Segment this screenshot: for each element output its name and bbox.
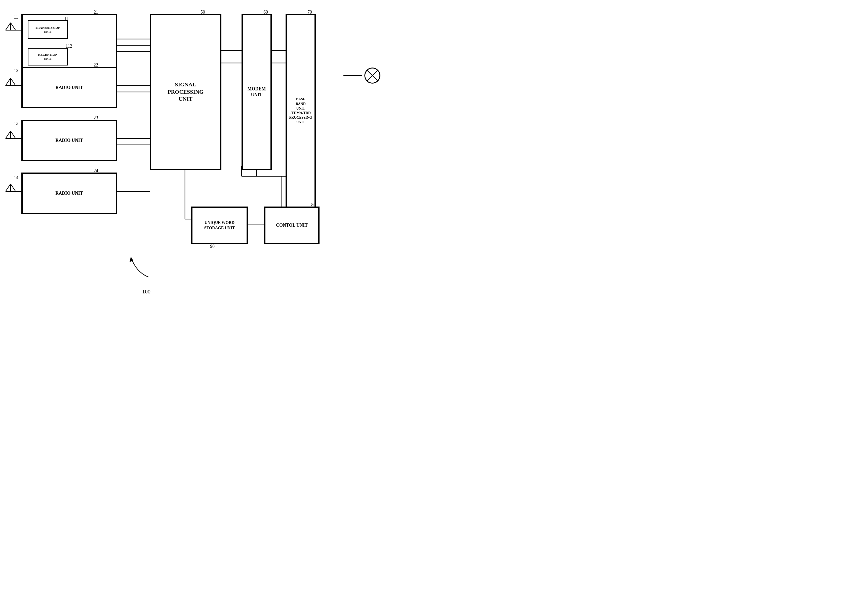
svg-line-10 <box>11 131 16 138</box>
control-unit: 80 CONTOL UNIT <box>264 207 319 244</box>
radio-unit-4-label: RADIO UNIT <box>55 190 83 196</box>
transmission-unit-box: 111 TRANSMISSION UNIT <box>28 20 68 39</box>
ref-90: 90 <box>210 244 215 249</box>
ref-112: 112 <box>66 44 72 49</box>
baseband-unit: 70 BASE BAND UNIT /TDMA/TDD PROCESSING U… <box>285 14 316 208</box>
radio-unit-4: 24 RADIO UNIT <box>22 173 117 214</box>
radio-unit-3-label: RADIO UNIT <box>55 137 83 143</box>
radio-unit-2-label: RADIO UNIT <box>55 85 83 90</box>
svg-line-9 <box>6 131 11 138</box>
ref-14: 14 <box>14 175 19 180</box>
ref-12: 12 <box>14 68 19 73</box>
signal-processing-unit: 50 SIGNAL PROCESSING UNIT <box>150 14 222 170</box>
ref-70: 70 <box>307 9 312 15</box>
svg-line-2 <box>11 23 16 30</box>
modem-unit: 60 MODEM UNIT <box>242 14 272 170</box>
ref-80: 80 <box>311 202 316 208</box>
ref-21: 21 <box>94 9 98 15</box>
transmission-unit-label: TRANSMISSION UNIT <box>35 26 60 34</box>
svg-line-1 <box>6 23 11 30</box>
radio-unit-2: 22 RADIO UNIT <box>22 67 117 108</box>
modem-unit-label: MODEM UNIT <box>248 86 266 98</box>
ref-11: 11 <box>14 15 18 20</box>
control-unit-label: CONTOL UNIT <box>276 222 308 228</box>
svg-line-14 <box>11 184 16 191</box>
svg-line-5 <box>6 78 11 86</box>
baseband-unit-label: BASE BAND UNIT /TDMA/TDD PROCESSING UNIT <box>289 97 312 124</box>
ref-100: 100 <box>142 288 150 295</box>
reception-unit-box: 112 RECEPTION UNIT <box>28 48 68 65</box>
reception-unit-label: RECEPTION UNIT <box>38 53 57 61</box>
ref-24: 24 <box>94 168 98 174</box>
signal-processing-label: SIGNAL PROCESSING UNIT <box>167 81 203 103</box>
unique-word-label: UNIQUE WORD STORAGE UNIT <box>204 220 235 231</box>
ref-60: 60 <box>264 9 268 15</box>
ref-13: 13 <box>14 121 19 126</box>
radio-unit-3: 23 RADIO UNIT <box>22 120 117 161</box>
unique-word-storage: 90 UNIQUE WORD STORAGE UNIT <box>191 207 248 244</box>
ref-111: 111 <box>64 16 71 21</box>
ref-23: 23 <box>94 115 98 121</box>
svg-line-13 <box>6 184 11 191</box>
svg-line-6 <box>11 78 16 86</box>
ref-22: 22 <box>94 62 98 68</box>
ref-50: 50 <box>200 9 205 15</box>
